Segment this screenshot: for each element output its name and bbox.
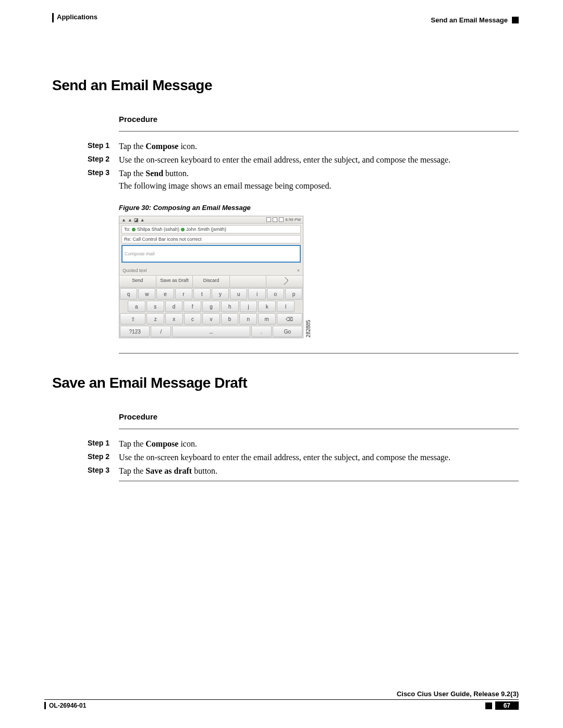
figure-id: 282885 xyxy=(305,320,311,337)
app-icon: ▲ xyxy=(140,217,145,223)
step-text: Use the on-screen keyboard to enter the … xyxy=(119,154,519,166)
step-row: Step 1 Tap the Compose icon. xyxy=(52,140,519,153)
procedure-label: Procedure xyxy=(119,115,519,124)
key[interactable]: d xyxy=(165,301,183,312)
footer-doc-id: OL-26946-01 xyxy=(44,702,86,709)
space-key[interactable]: ⎵ xyxy=(172,326,250,337)
backspace-key[interactable]: ⌫ xyxy=(277,313,302,325)
step-row: Step 2 Use the on-screen keyboard to ent… xyxy=(52,154,519,166)
step-label: Step 1 xyxy=(52,140,119,153)
key[interactable]: i xyxy=(248,288,265,300)
step-text: Tap the Save as draft button. xyxy=(119,465,519,477)
key[interactable]: v xyxy=(202,313,220,325)
key[interactable]: u xyxy=(230,288,247,300)
close-icon[interactable]: × xyxy=(297,268,300,273)
subject-field[interactable]: Re: Call Control Bar icons not correct xyxy=(121,235,301,243)
key[interactable]: . xyxy=(251,326,272,337)
key[interactable]: g xyxy=(202,301,220,312)
key[interactable]: f xyxy=(183,301,201,312)
header-breadcrumb: Applications xyxy=(52,13,97,22)
key[interactable]: q xyxy=(120,288,137,300)
shift-key[interactable]: ⇧ xyxy=(120,313,145,325)
step-row: Step 3 Tap the Send button. The followin… xyxy=(52,167,519,192)
statusbar-right: 8:59 PM xyxy=(266,217,301,222)
presence-dot-icon xyxy=(181,228,185,231)
step-text: Tap the Send button. The following image… xyxy=(119,167,519,192)
statusbar-left: ▲ ▲ ◪ ▲ xyxy=(121,217,145,223)
key[interactable]: c xyxy=(184,313,202,325)
step-row: Step 2 Use the on-screen keyboard to ent… xyxy=(52,451,519,464)
step-text: Use the on-screen keyboard to enter the … xyxy=(119,451,519,464)
key[interactable]: w xyxy=(138,288,155,300)
app-icon: ◪ xyxy=(134,217,139,223)
key[interactable]: x xyxy=(165,313,183,325)
send-button[interactable]: Send xyxy=(119,276,156,287)
key[interactable]: / xyxy=(151,326,171,337)
key[interactable]: h xyxy=(221,301,239,312)
procedure-label: Procedure xyxy=(119,412,519,421)
step-label: Step 2 xyxy=(52,451,119,464)
presence-dot-icon xyxy=(132,228,136,231)
key[interactable]: k xyxy=(258,301,276,312)
section-heading-draft: Save an Email Message Draft xyxy=(52,375,519,391)
key[interactable]: e xyxy=(156,288,174,300)
status-icon xyxy=(273,217,277,222)
header-section-title: Send an Email Message xyxy=(431,16,508,24)
key[interactable]: r xyxy=(175,288,192,300)
step-label: Step 1 xyxy=(52,438,119,450)
status-icon xyxy=(279,217,284,222)
attach-button[interactable] xyxy=(266,276,303,287)
compose-body-field[interactable]: Compose mail xyxy=(121,245,301,263)
status-icon xyxy=(266,217,271,222)
step-label: Step 3 xyxy=(52,465,119,477)
paperclip-icon xyxy=(280,277,289,285)
step-text: Tap the Compose icon. xyxy=(119,438,519,450)
step-row: Step 1 Tap the Compose icon. xyxy=(52,438,519,450)
divider xyxy=(119,131,519,132)
key[interactable]: t xyxy=(193,288,211,300)
step-row: Step 3 Tap the Save as draft button. xyxy=(52,465,519,477)
key[interactable]: p xyxy=(285,288,302,300)
key[interactable]: z xyxy=(146,313,164,325)
divider xyxy=(119,480,519,482)
step-label: Step 3 xyxy=(52,167,119,192)
onscreen-keyboard[interactable]: q w e r t y u i o p a s d xyxy=(119,288,303,338)
key[interactable]: n xyxy=(239,313,257,325)
recipient-field[interactable]: To: Shilpa Shah (sshah) John Smith (jsmi… xyxy=(121,225,301,233)
key[interactable]: m xyxy=(258,313,276,325)
page-number: 67 xyxy=(495,701,519,710)
section-heading-send: Send an Email Message xyxy=(52,77,519,94)
app-icon: ▲ xyxy=(128,217,132,223)
key[interactable]: o xyxy=(267,288,284,300)
key[interactable]: s xyxy=(146,301,164,312)
status-time: 8:59 PM xyxy=(285,217,301,222)
footer-marker-icon xyxy=(485,702,492,709)
go-key[interactable]: Go xyxy=(273,326,302,337)
step-label: Step 2 xyxy=(52,154,119,166)
save-draft-button[interactable]: Save as Draft xyxy=(156,276,193,287)
key[interactable]: j xyxy=(240,301,258,312)
key[interactable]: b xyxy=(221,313,239,325)
discard-button[interactable]: Discard xyxy=(193,276,230,287)
step-text: Tap the Compose icon. xyxy=(119,140,519,153)
figure-compose-email: ▲ ▲ ◪ ▲ 8:59 PM To: Shilpa Shah xyxy=(119,216,309,338)
app-icon: ▲ xyxy=(121,217,126,223)
footer-guide-title: Cisco Cius User Guide, Release 9.2(3) xyxy=(44,690,519,700)
key[interactable]: y xyxy=(212,288,229,300)
symbols-key[interactable]: ?123 xyxy=(120,326,150,337)
header-marker-icon xyxy=(512,17,519,23)
divider xyxy=(119,353,519,354)
divider xyxy=(119,428,519,429)
key[interactable]: a xyxy=(128,301,145,312)
blank-button xyxy=(230,276,267,287)
quoted-text-row[interactable]: Quoted text × xyxy=(123,268,300,273)
key[interactable]: l xyxy=(277,301,295,312)
figure-caption: Figure 30: Composing an Email Message xyxy=(119,204,519,212)
